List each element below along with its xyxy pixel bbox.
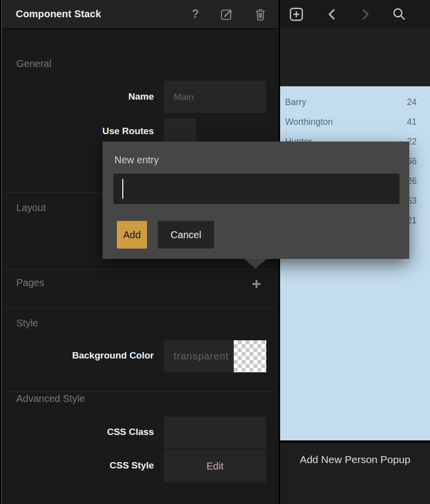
trash-icon[interactable] (251, 0, 269, 28)
add-button[interactable]: Add (117, 221, 147, 249)
popup-component-strip[interactable]: Add New Person Popup (280, 443, 430, 504)
background-color-label: Background Color (5, 350, 154, 361)
popup-component-label: Add New Person Popup (280, 454, 430, 466)
css-class-label: CSS Class (5, 427, 154, 437)
list-item[interactable]: Barry 24 (280, 92, 430, 112)
plus-square-icon (289, 7, 304, 22)
add-component-icon[interactable] (287, 5, 306, 24)
person-value: 24 (407, 97, 417, 108)
search-icon[interactable] (390, 5, 408, 24)
section-advanced-style-label: Advanced Style (16, 393, 85, 404)
popover-pointer (244, 259, 267, 269)
section-style-label: Style (16, 318, 38, 329)
list-item[interactable]: Worthington 41 (280, 112, 430, 132)
section-pages-label: Pages (16, 277, 44, 288)
css-class-input[interactable] (164, 417, 266, 449)
divider (4, 308, 274, 309)
edit-icon-glyph (220, 8, 233, 21)
cancel-button[interactable]: Cancel (158, 221, 214, 249)
add-page-icon[interactable]: + (248, 272, 265, 295)
new-entry-title: New entry (114, 154, 159, 166)
divider (4, 392, 274, 392)
trash-icon-glyph (254, 8, 266, 21)
css-style-label: CSS Style (5, 460, 154, 471)
background-color-value: transparent (174, 340, 234, 372)
new-entry-input[interactable] (113, 174, 399, 204)
section-layout-label: Layout (16, 202, 46, 214)
css-style-edit-button[interactable]: Edit (164, 450, 266, 482)
text-cursor (122, 179, 123, 199)
person-list: Barry 24 Worthington 41 Hunter 22 56 26 … (280, 86, 430, 440)
person-name: Worthington (285, 117, 333, 127)
new-entry-popover: New entry Add Cancel (103, 142, 409, 259)
transparency-swatch[interactable] (234, 340, 266, 372)
inspector-header: Component Stack ? (0, 0, 279, 30)
chevron-left-icon (326, 8, 337, 21)
person-name: Barry (285, 97, 306, 108)
panel-left-edge-line (1, 0, 2, 504)
panel-title: Component Stack (16, 0, 101, 28)
edit-icon[interactable] (218, 0, 236, 28)
use-routes-label: Use Routes (5, 126, 154, 137)
section-general-label: General (16, 58, 51, 70)
chevron-right-icon (360, 8, 371, 21)
divider (4, 269, 274, 270)
name-label: Name (5, 91, 154, 102)
back-icon[interactable] (322, 5, 341, 24)
forward-icon[interactable] (356, 5, 375, 24)
preview-toolbar (280, 0, 430, 28)
name-input[interactable] (164, 81, 266, 113)
search-icon-glyph (392, 7, 406, 22)
person-value: 41 (407, 117, 417, 127)
help-icon[interactable]: ? (186, 0, 204, 28)
